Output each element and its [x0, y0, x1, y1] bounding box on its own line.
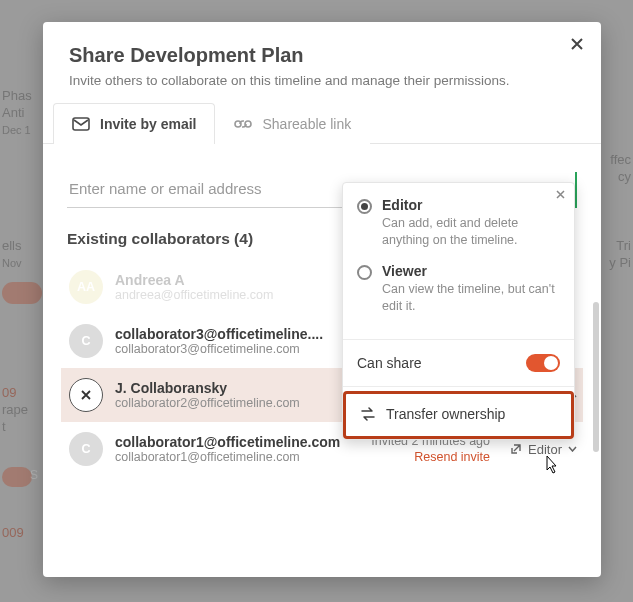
avatar: AA	[69, 270, 103, 304]
tabs: Invite by email Shareable link	[43, 102, 601, 144]
transfer-label: Transfer ownership	[386, 406, 505, 422]
role-label: Editor	[528, 442, 562, 457]
collaborator-name: collaborator1@officetimeline.com	[115, 434, 359, 450]
tab-label: Shareable link	[262, 116, 351, 132]
popover-close-button[interactable]	[555, 189, 566, 200]
divider	[343, 386, 574, 387]
tab-shareable-link[interactable]: Shareable link	[215, 103, 370, 144]
close-button[interactable]	[569, 36, 585, 52]
tab-invite-email[interactable]: Invite by email	[53, 103, 215, 144]
radio-icon	[357, 199, 372, 214]
modal-title: Share Development Plan	[69, 44, 575, 67]
share-modal: Share Development Plan Invite others to …	[43, 22, 601, 577]
modal-subtitle: Invite others to collaborate on this tim…	[69, 73, 575, 88]
scrollbar[interactable]	[593, 302, 599, 452]
send-button-edge[interactable]	[575, 172, 577, 208]
divider	[343, 339, 574, 340]
role-dropdown[interactable]: Editor	[510, 442, 577, 457]
option-desc: Can add, edit and delete anything on the…	[382, 215, 560, 249]
collaborator-email: collaborator1@officetimeline.com	[115, 450, 359, 464]
role-option-editor[interactable]: Editor Can add, edit and delete anything…	[357, 197, 560, 249]
can-share-toggle-row: Can share	[343, 344, 574, 382]
avatar: C	[69, 432, 103, 466]
option-title: Viewer	[382, 263, 560, 279]
link-icon	[234, 117, 252, 131]
swap-icon	[360, 407, 376, 421]
remove-collaborator-button[interactable]	[69, 378, 103, 412]
radio-icon	[357, 265, 372, 280]
can-share-toggle[interactable]	[526, 354, 560, 372]
role-option-viewer[interactable]: Viewer Can view the timeline, but can't …	[357, 263, 560, 315]
chevron-down-icon	[568, 446, 577, 452]
role-popover: Editor Can add, edit and delete anything…	[342, 182, 575, 440]
transfer-ownership-button[interactable]: Transfer ownership	[346, 394, 571, 436]
avatar: C	[69, 324, 103, 358]
option-title: Editor	[382, 197, 560, 213]
option-desc: Can view the timeline, but can't edit it…	[382, 281, 560, 315]
external-icon	[510, 443, 522, 455]
can-share-label: Can share	[357, 355, 422, 371]
resend-invite-link[interactable]: Resend invite	[414, 450, 490, 464]
tab-label: Invite by email	[100, 116, 196, 132]
mail-icon	[72, 117, 90, 131]
svg-rect-0	[73, 118, 89, 130]
